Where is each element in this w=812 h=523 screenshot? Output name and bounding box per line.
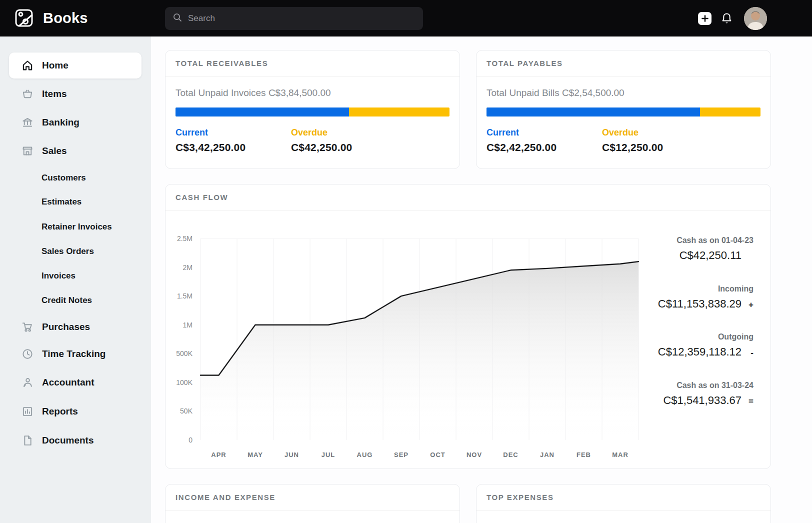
- sidebar-item-documents[interactable]: Documents: [9, 428, 142, 454]
- stat-value: C$12,359,118.12: [658, 346, 742, 358]
- sidebar-item-label: Purchases: [42, 322, 90, 332]
- search-icon: [172, 12, 182, 24]
- sidebar-item-invoices[interactable]: Invoices: [42, 266, 76, 286]
- svg-text:JUL: JUL: [322, 451, 336, 458]
- bank-icon: [21, 116, 34, 129]
- clock-icon: [21, 348, 34, 360]
- overdue-amount: C$12,250.00: [602, 142, 718, 154]
- svg-text:APR: APR: [211, 451, 226, 458]
- sidebar-item-label: Sales: [42, 146, 67, 156]
- sidebar-item-reports[interactable]: Reports: [9, 398, 142, 424]
- bell-icon: [720, 12, 733, 25]
- search-input[interactable]: [188, 14, 416, 24]
- sidebar-item-time-tracking[interactable]: Time Tracking: [9, 341, 142, 367]
- svg-text:JAN: JAN: [540, 451, 554, 458]
- global-search[interactable]: [165, 7, 423, 30]
- svg-text:DEC: DEC: [503, 451, 518, 458]
- sidebar-item-label: Accountant: [42, 377, 94, 388]
- current-label: Current: [176, 128, 291, 138]
- svg-text:NOV: NOV: [466, 451, 482, 458]
- stat-value: C$1,541,933.67: [663, 394, 742, 407]
- receivables-bar-current: [176, 108, 349, 116]
- sidebar-item-customers[interactable]: Customers: [42, 168, 86, 188]
- current-amount: C$2,42,250.00: [486, 142, 602, 154]
- notifications-button[interactable]: [720, 12, 733, 25]
- sidebar-item-items[interactable]: Items: [9, 81, 142, 107]
- svg-text:MAR: MAR: [612, 451, 628, 458]
- total-receivables-card: TOTAL RECEIVABLES Total Unpaid Invoices …: [165, 50, 460, 169]
- overdue-amount: C$42,250.00: [291, 142, 406, 154]
- sidebar-item-retainer-invoices[interactable]: Retainer Invoices: [42, 217, 112, 237]
- svg-text:SEP: SEP: [394, 451, 408, 458]
- sidebar-item-label: Time Tracking: [42, 348, 106, 360]
- stat-value: C$11,153,838.29: [658, 298, 742, 310]
- card-header: TOP EXPENSES: [476, 484, 770, 510]
- card-header: INCOME AND EXPENSE: [166, 484, 460, 510]
- svg-text:2M: 2M: [183, 264, 192, 272]
- svg-text:JUN: JUN: [284, 451, 299, 458]
- stat-operator: =: [742, 396, 754, 406]
- sidebar-item-credit-notes[interactable]: Credit Notes: [42, 290, 92, 310]
- svg-text:1M: 1M: [183, 321, 192, 329]
- svg-text:MAY: MAY: [248, 451, 263, 458]
- stat-operator: +: [742, 300, 754, 310]
- sidebar-item-label: Banking: [42, 117, 80, 128]
- payables-bar-current: [486, 108, 700, 116]
- home-icon: [21, 59, 34, 72]
- sidebar-item-label: Items: [42, 88, 67, 100]
- sidebar-item-estimates[interactable]: Estimates: [42, 192, 82, 212]
- cashflow-chart-svg: 050K100K500K1M1.5M2M2.5MAPRMAYJUNJULAUGS…: [170, 234, 646, 464]
- zoho-books-dashboard: Books: [0, 0, 812, 523]
- storefront-icon: [21, 144, 34, 158]
- sidebar-item-home[interactable]: Home: [9, 52, 142, 78]
- current-label: Current: [486, 128, 602, 138]
- stat-label: Incoming: [624, 284, 754, 294]
- stat-label: Outgoing: [624, 332, 754, 342]
- svg-text:0: 0: [188, 436, 192, 444]
- app-name: Books: [43, 10, 88, 26]
- sidebar-item-sales[interactable]: Sales: [9, 138, 142, 164]
- sidebar-item-label: Home: [42, 60, 68, 71]
- income-and-expense-card: INCOME AND EXPENSE: [165, 484, 460, 523]
- sidebar-item-label: Documents: [42, 435, 94, 446]
- books-logo-icon: [13, 7, 35, 29]
- overdue-label: Overdue: [291, 128, 406, 138]
- total-payables-card: TOTAL PAYABLES Total Unpaid Bills C$2,54…: [476, 50, 771, 169]
- top-expenses-card: TOP EXPENSES: [476, 484, 771, 523]
- dashboard-main: TOTAL RECEIVABLES Total Unpaid Invoices …: [151, 36, 812, 523]
- stat-label: Cash as on 01-04-23: [624, 236, 754, 245]
- svg-text:100K: 100K: [176, 378, 192, 386]
- receivables-split-bar: [176, 108, 450, 116]
- svg-text:FEB: FEB: [576, 451, 591, 458]
- stat-operator: -: [742, 348, 754, 358]
- svg-text:AUG: AUG: [357, 451, 373, 458]
- svg-text:OCT: OCT: [430, 451, 445, 458]
- card-header: TOTAL RECEIVABLES: [166, 50, 460, 76]
- cart-icon: [21, 320, 34, 334]
- unpaid-bills-summary: Total Unpaid Bills C$2,54,500.00: [486, 88, 760, 98]
- svg-text:50K: 50K: [180, 407, 193, 415]
- svg-text:2.5M: 2.5M: [177, 234, 192, 242]
- card-header: CASH FLOW: [166, 184, 770, 210]
- quick-create-button[interactable]: [698, 12, 712, 25]
- sidebar-item-accountant[interactable]: Accountant: [9, 370, 142, 396]
- unpaid-invoices-summary: Total Unpaid Invoices C$3,84,500.00: [176, 88, 450, 98]
- sidebar-item-banking[interactable]: Banking: [9, 110, 142, 136]
- current-amount: C$3,42,250.00: [176, 142, 291, 154]
- card-title: TOTAL PAYABLES: [486, 59, 563, 68]
- svg-text:500K: 500K: [176, 350, 192, 358]
- user-avatar[interactable]: [744, 7, 767, 30]
- stat-label: Cash as on 31-03-24: [624, 381, 754, 390]
- app-logo[interactable]: Books: [13, 7, 88, 29]
- sidebar-item-purchases[interactable]: Purchases: [9, 314, 142, 340]
- card-title: CASH FLOW: [176, 193, 228, 202]
- sidebar-item-label: Reports: [42, 406, 78, 417]
- overdue-label: Overdue: [602, 128, 718, 138]
- sidebar-item-sales-orders[interactable]: Sales Orders: [42, 242, 94, 262]
- card-title: TOTAL RECEIVABLES: [176, 59, 268, 68]
- card-header: TOTAL PAYABLES: [476, 50, 770, 76]
- person-icon: [21, 376, 34, 389]
- document-icon: [21, 434, 34, 447]
- topbar: Books: [0, 0, 812, 36]
- payables-split-bar: [486, 108, 760, 116]
